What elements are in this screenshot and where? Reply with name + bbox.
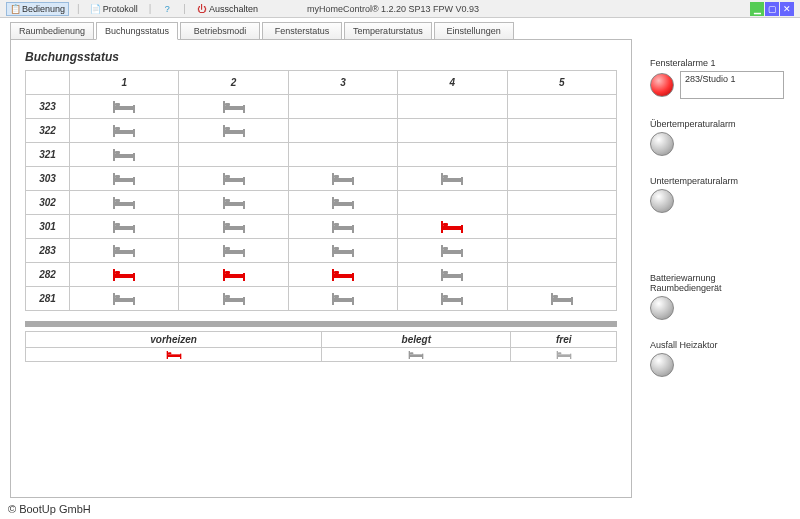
booking-cell[interactable] <box>507 167 616 191</box>
booking-cell[interactable] <box>70 95 179 119</box>
svg-rect-109 <box>461 297 463 305</box>
panel-title: Buchungsstatus <box>25 50 617 64</box>
booking-cell[interactable] <box>288 239 397 263</box>
booking-cell[interactable] <box>507 287 616 311</box>
booking-cell[interactable] <box>398 263 507 287</box>
separator: | <box>149 3 152 14</box>
bed-icon <box>112 172 136 186</box>
booking-cell[interactable] <box>179 287 288 311</box>
booking-cell[interactable] <box>507 95 616 119</box>
booking-cell[interactable] <box>288 191 397 215</box>
buchungsstatus-panel: Buchungsstatus 12345 323 322 321 303 <box>10 39 632 498</box>
booking-cell[interactable] <box>70 119 179 143</box>
booking-cell[interactable] <box>288 167 397 191</box>
svg-rect-14 <box>225 130 243 134</box>
booking-cell[interactable] <box>398 143 507 167</box>
booking-cell[interactable] <box>507 143 616 167</box>
tab-fensterstatus[interactable]: Fensterstatus <box>262 22 342 40</box>
uebertemperatur-lamp[interactable] <box>650 132 674 156</box>
booking-cell[interactable] <box>398 191 507 215</box>
fensteralarm-lamp[interactable] <box>650 73 674 97</box>
separator: | <box>183 3 186 14</box>
svg-rect-69 <box>243 249 245 257</box>
ausfall-lamp[interactable] <box>650 353 674 377</box>
booking-cell[interactable] <box>507 215 616 239</box>
table-row: 322 <box>26 119 617 143</box>
svg-rect-99 <box>115 295 120 298</box>
legend-separator <box>25 321 617 327</box>
booking-cell[interactable] <box>288 215 397 239</box>
tab-einstellungen[interactable]: Einstellungen <box>434 22 514 40</box>
help-button[interactable]: ? <box>159 3 175 15</box>
tab-betriebsmodi[interactable]: Betriebsmodi <box>180 22 260 40</box>
svg-rect-101 <box>243 297 245 305</box>
booking-cell[interactable] <box>70 167 179 191</box>
booking-cell[interactable] <box>70 191 179 215</box>
svg-rect-70 <box>225 250 243 254</box>
svg-rect-40 <box>223 197 225 209</box>
booking-cell[interactable] <box>70 143 179 167</box>
booking-cell[interactable] <box>179 239 288 263</box>
svg-rect-47 <box>334 199 339 202</box>
booking-cell[interactable] <box>288 263 397 287</box>
col-header: 3 <box>288 71 397 95</box>
tab-raumbedienung[interactable]: Raumbedienung <box>10 22 94 40</box>
maximize-button[interactable]: ▢ <box>765 2 779 16</box>
room-id: 322 <box>26 119 70 143</box>
batterie-lamp[interactable] <box>650 296 674 320</box>
booking-cell[interactable] <box>179 95 288 119</box>
booking-cell[interactable] <box>288 143 397 167</box>
booking-cell[interactable] <box>179 119 288 143</box>
svg-rect-127 <box>558 353 561 355</box>
svg-rect-22 <box>115 178 133 182</box>
svg-rect-123 <box>410 353 413 355</box>
booking-cell[interactable] <box>288 287 397 311</box>
svg-rect-64 <box>113 245 115 257</box>
booking-cell[interactable] <box>288 95 397 119</box>
booking-cell[interactable] <box>507 263 616 287</box>
booking-cell[interactable] <box>507 239 616 263</box>
svg-rect-84 <box>223 269 225 281</box>
room-id: 323 <box>26 95 70 119</box>
booking-cell[interactable] <box>179 215 288 239</box>
svg-rect-58 <box>334 226 352 230</box>
booking-cell[interactable] <box>70 239 179 263</box>
booking-cell[interactable] <box>70 263 179 287</box>
booking-cell[interactable] <box>179 167 288 191</box>
booking-cell[interactable] <box>398 239 507 263</box>
untertemperatur-lamp[interactable] <box>650 189 674 213</box>
booking-cell[interactable] <box>398 215 507 239</box>
svg-rect-42 <box>225 202 243 206</box>
booking-cell[interactable] <box>288 119 397 143</box>
booking-cell[interactable] <box>179 263 288 287</box>
tab-temperaturstatus[interactable]: Temperaturstatus <box>344 22 432 40</box>
booking-cell[interactable] <box>507 191 616 215</box>
minimize-button[interactable]: ▁ <box>750 2 764 16</box>
bedienung-button[interactable]: 📋 Bedienung <box>6 2 69 16</box>
svg-rect-126 <box>558 355 570 358</box>
booking-cell[interactable] <box>398 287 507 311</box>
booking-cell[interactable] <box>507 119 616 143</box>
close-button[interactable]: ✕ <box>780 2 794 16</box>
booking-cell[interactable] <box>179 191 288 215</box>
fensteralarm-text[interactable]: 283/Studio 1 <box>680 71 784 99</box>
svg-rect-92 <box>441 269 443 281</box>
tab-buchungsstatus[interactable]: Buchungsstatus <box>96 22 178 40</box>
booking-cell[interactable] <box>398 167 507 191</box>
booking-cell[interactable] <box>70 287 179 311</box>
svg-rect-100 <box>223 293 225 305</box>
svg-rect-45 <box>352 201 354 209</box>
svg-rect-25 <box>243 177 245 185</box>
svg-rect-108 <box>441 293 443 305</box>
booking-cell[interactable] <box>179 143 288 167</box>
svg-rect-33 <box>461 177 463 185</box>
booking-cell[interactable] <box>70 215 179 239</box>
ausschalten-button[interactable]: ⏻ Ausschalten <box>194 3 261 15</box>
svg-rect-63 <box>443 223 448 226</box>
svg-rect-119 <box>168 353 171 355</box>
protokoll-button[interactable]: 📄 Protokoll <box>88 3 141 15</box>
svg-rect-51 <box>115 223 120 226</box>
booking-cell[interactable] <box>398 119 507 143</box>
svg-rect-52 <box>223 221 225 233</box>
booking-cell[interactable] <box>398 95 507 119</box>
